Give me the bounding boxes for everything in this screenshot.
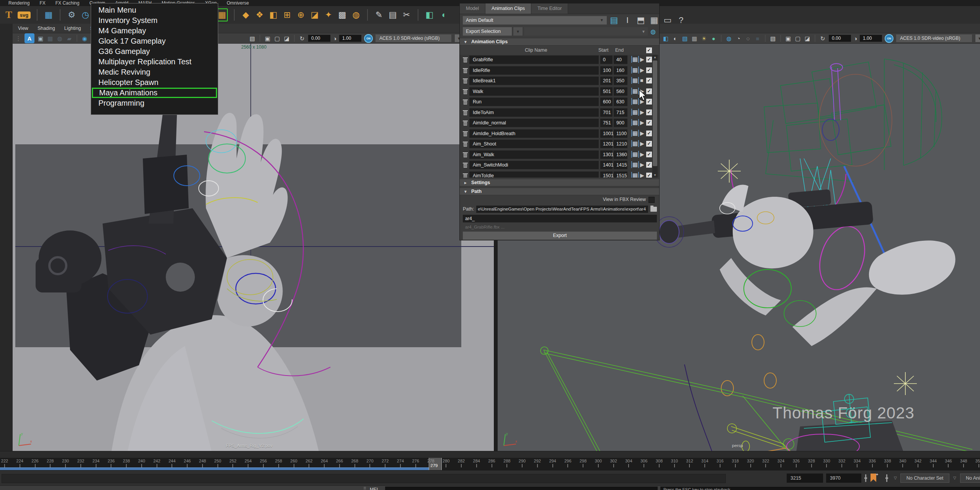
export-mode-dropdown[interactable]: Export Selection	[463, 27, 512, 36]
bookmark-icon[interactable]	[871, 474, 876, 482]
scroll-down-icon[interactable]: ▼	[652, 173, 658, 178]
popup-item-main-menu[interactable]: Main Menu	[91, 5, 218, 15]
color-management-toggle[interactable]: ON	[364, 34, 373, 43]
popup-item-g36-gameplay[interactable]: G36 Gameplay	[91, 46, 218, 57]
tab-time-editor[interactable]: Time Editor	[531, 3, 568, 14]
delete-clip-icon[interactable]	[463, 78, 467, 83]
delete-clip-icon[interactable]	[463, 142, 467, 147]
popup-item-inventory-system[interactable]: Inventory System	[91, 15, 218, 26]
path-input[interactable]: e\UnrealEngineGames\Open Projects\WearAn…	[476, 206, 648, 213]
colorspace-dropdown[interactable]: ACES 1.0 SDR-video (sRGB)	[376, 34, 451, 42]
light-icon[interactable]: ☀	[701, 34, 707, 42]
clip-start-input[interactable]: 600	[600, 98, 612, 106]
delete-clip-icon[interactable]	[463, 68, 467, 73]
section-path[interactable]: ▼ Path	[460, 188, 659, 195]
popup-item-maya-animations[interactable]: Maya Animations	[92, 88, 217, 98]
clip-start-input[interactable]: 701	[600, 108, 612, 117]
mel-command-input[interactable]	[385, 487, 658, 490]
delete-clip-icon[interactable]	[463, 152, 467, 157]
add-export-set-icon[interactable]: ◍	[649, 28, 657, 35]
clock-icon[interactable]: ◷	[80, 9, 90, 21]
dim-bar-icon[interactable]: ▰	[66, 34, 73, 42]
dim-grid-icon[interactable]: ▦	[47, 34, 54, 42]
isolate-select-icon[interactable]: ▧	[249, 34, 256, 42]
clip-name-input[interactable]: IdleBreak1	[469, 77, 599, 85]
play-clip-button[interactable]: ▶	[640, 119, 644, 126]
clip-export-checkbox[interactable]: ✓	[646, 78, 652, 83]
drag-handle[interactable]	[364, 487, 366, 490]
clip-export-checkbox[interactable]: ✓	[646, 120, 652, 126]
popup-item-multiplayer-replication-test[interactable]: Multiplayer Replication Test	[91, 57, 218, 67]
bulb-icon[interactable]: ◍	[725, 34, 732, 42]
checker-icon[interactable]: ▩	[691, 34, 698, 42]
clip-name-input[interactable]: GrabRifle	[469, 56, 599, 64]
turntable-icon[interactable]: ⚙	[67, 9, 77, 21]
clip-export-checkbox[interactable]: ✓	[646, 173, 652, 178]
poly-fold-icon[interactable]: ◪	[310, 9, 320, 21]
delete-preset-icon[interactable]: ▭	[663, 15, 673, 26]
clip-start-input[interactable]: 1001	[600, 129, 612, 138]
clip-end-input[interactable]: 1100	[614, 129, 627, 138]
quaddraw-icon[interactable]: ✂	[402, 9, 412, 21]
range-slider-track[interactable]	[2, 474, 726, 483]
tab-model[interactable]: Model	[460, 3, 485, 14]
preset-dropdown[interactable]: Anim Default ▼	[463, 16, 607, 24]
exposure-field[interactable]: 0.00	[829, 35, 851, 42]
help-icon[interactable]: ?	[676, 15, 686, 26]
clip-name-input[interactable]: Aim_Walk	[469, 150, 599, 159]
text-tool-icon[interactable]: T	[4, 9, 14, 21]
annotate-icon[interactable]: A	[24, 33, 34, 43]
clip-end-input[interactable]: 1415	[614, 161, 627, 169]
play-clip-button[interactable]: ▶	[640, 67, 644, 73]
set-clip-range-icon[interactable]: ▦	[631, 119, 639, 126]
export-button[interactable]: Export	[463, 232, 657, 240]
split-view-icon[interactable]: ◪	[804, 34, 811, 42]
fbx-review-checkbox[interactable]	[648, 197, 655, 203]
dim-square-icon[interactable]: ■	[754, 34, 761, 42]
chevron-down-icon[interactable]: ▽	[953, 476, 956, 480]
isolate-select-icon[interactable]: ▧	[769, 34, 776, 42]
clip-start-input[interactable]: 751	[600, 119, 612, 127]
play-clip-button[interactable]: ▶	[640, 162, 644, 168]
clip-start-input[interactable]: 1201	[600, 140, 612, 148]
export-set-dropdown[interactable]: ▼	[524, 27, 648, 36]
scrollbar-thumb[interactable]	[653, 60, 657, 166]
clip-end-input[interactable]: 1515	[614, 172, 627, 178]
collapse-arrow-icon[interactable]: ►	[464, 181, 467, 185]
clip-name-input[interactable]: AimIdle_normal	[469, 119, 599, 127]
clip-name-input[interactable]: IdleToAim	[469, 108, 599, 117]
clip-export-checkbox[interactable]: ✓	[646, 131, 652, 136]
multicut-icon[interactable]: ▤	[388, 9, 398, 21]
poly-sphere-icon[interactable]: ◍	[351, 9, 361, 21]
clip-export-checkbox[interactable]: ✓	[646, 109, 652, 115]
teal-dot-icon[interactable]: ●	[710, 34, 717, 42]
set-clip-range-icon[interactable]: ▦	[631, 140, 639, 147]
popup-item-glock-17-gameplay[interactable]: Glock 17 Gameplay	[91, 36, 218, 46]
textured-sphere-icon[interactable]: ◐	[672, 34, 679, 42]
poly-spread-icon[interactable]: ✦	[323, 9, 333, 21]
set-clip-range-icon[interactable]: ▦	[631, 172, 639, 178]
drag-handle[interactable]: ⋮	[15, 34, 22, 42]
set-clip-range-icon[interactable]: ▦	[631, 151, 639, 158]
open-preset-icon[interactable]: ⬒	[636, 15, 646, 26]
layer-two-icon[interactable]: ▢	[274, 34, 281, 42]
clip-start-input[interactable]: 0	[600, 56, 612, 64]
set-clip-range-icon[interactable]: ▦	[631, 56, 639, 63]
set-key-icon[interactable]	[865, 474, 866, 482]
time-slider-ruler[interactable]: 279 222224226228230232234236238240242244…	[0, 458, 980, 470]
popup-item-m4-gameplay[interactable]: M4 Gameplay	[91, 26, 218, 36]
clip-export-checkbox[interactable]: ✓	[646, 152, 652, 157]
dim-sphere-icon[interactable]: ◍	[56, 34, 63, 42]
select-all-checkbox[interactable]: ✓	[646, 47, 652, 53]
gamma-field[interactable]: 1.00	[860, 35, 882, 42]
clip-end-input[interactable]: 1210	[614, 140, 627, 148]
play-clip-button[interactable]: ▶	[640, 151, 644, 157]
popup-item-helicopter-spawn[interactable]: Helicopter Spawn	[91, 77, 218, 88]
scroll-up-icon[interactable]: ▲	[652, 55, 658, 60]
crease-tool-icon[interactable]: ✎	[374, 9, 384, 21]
clip-end-input[interactable]: 1360	[614, 150, 627, 159]
left-viewport-menu-shading[interactable]: Shading	[38, 26, 55, 31]
left-viewport-canvas[interactable]: 2560 x 1080 FPS_Arms_Rig_V2:pov x y	[13, 44, 494, 451]
play-clip-button[interactable]: ▶	[640, 56, 644, 62]
character-set-dropdown[interactable]: No Character Set	[900, 474, 949, 483]
